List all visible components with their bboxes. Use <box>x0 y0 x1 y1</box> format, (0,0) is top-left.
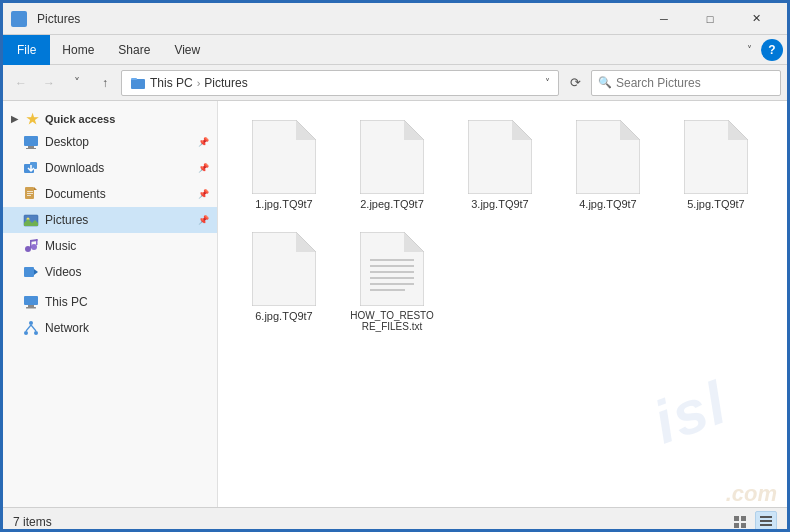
path-folder-icon <box>130 75 146 91</box>
quick-access-expand-icon[interactable]: ▶ <box>11 114 18 124</box>
svg-line-28 <box>31 325 36 331</box>
recent-locations-button[interactable]: ˅ <box>65 71 89 95</box>
file-label: 3.jpg.TQ9t7 <box>471 198 528 210</box>
title-bar-controls: ─ □ ✕ <box>641 3 779 35</box>
svg-rect-4 <box>26 148 36 149</box>
svg-point-26 <box>34 331 38 335</box>
svg-marker-20 <box>34 269 38 275</box>
this-pc-icon <box>23 294 39 310</box>
sidebar-documents-label: Documents <box>45 187 192 201</box>
file-text-icon <box>360 232 424 306</box>
file-label: HOW_TO_RESTORE_FILES.txt <box>347 310 437 332</box>
sidebar-item-downloads[interactable]: Downloads 📌 <box>3 155 217 181</box>
menu-chevron-icon[interactable]: ˅ <box>739 40 759 60</box>
path-this-pc[interactable]: This PC <box>150 76 193 90</box>
downloads-pin-icon: 📌 <box>198 163 209 173</box>
music-icon <box>23 238 39 254</box>
sidebar-item-desktop[interactable]: Desktop 📌 <box>3 129 217 155</box>
sidebar-item-network[interactable]: Network <box>3 315 217 341</box>
details-view-button[interactable] <box>755 511 777 533</box>
svg-rect-51 <box>734 523 739 528</box>
svg-marker-32 <box>404 120 424 140</box>
up-button[interactable]: ↑ <box>93 71 117 95</box>
menu-home[interactable]: Home <box>50 35 106 65</box>
documents-pin-icon: 📌 <box>198 189 209 199</box>
file-image-icon <box>576 120 640 194</box>
svg-marker-42 <box>404 232 424 252</box>
documents-icon <box>23 186 39 202</box>
menu-bar: File Home Share View ˅ ? <box>3 35 787 65</box>
svg-rect-21 <box>24 296 38 305</box>
title-bar-title: Pictures <box>37 12 635 26</box>
address-bar: ← → ˅ ↑ This PC › Pictures ˅ ⟳ 🔍 <box>3 65 787 101</box>
sidebar-thispc-label: This PC <box>45 295 209 309</box>
file-label: 2.jpeg.TQ9t7 <box>360 198 424 210</box>
svg-point-25 <box>24 331 28 335</box>
quick-access-star-icon: ★ <box>26 111 39 127</box>
file-label: 5.jpg.TQ9t7 <box>687 198 744 210</box>
forward-button[interactable]: → <box>37 71 61 95</box>
menu-view[interactable]: View <box>162 35 212 65</box>
file-item[interactable]: HOW_TO_RESTORE_FILES.txt <box>342 225 442 339</box>
search-icon: 🔍 <box>598 76 612 89</box>
sidebar-desktop-label: Desktop <box>45 135 192 149</box>
status-count: 7 items <box>13 515 52 529</box>
quick-access-header: ▶ ★ Quick access <box>3 107 217 129</box>
sidebar-network-label: Network <box>45 321 209 335</box>
svg-rect-3 <box>28 146 34 148</box>
minimize-button[interactable]: ─ <box>641 3 687 35</box>
search-input[interactable] <box>616 76 774 90</box>
file-item[interactable]: 4.jpg.TQ9t7 <box>558 113 658 217</box>
folder-icon <box>11 11 27 27</box>
sidebar-item-pictures[interactable]: Pictures 📌 <box>3 207 217 233</box>
svg-rect-54 <box>760 520 772 522</box>
close-button[interactable]: ✕ <box>733 3 779 35</box>
title-bar: Pictures ─ □ ✕ <box>3 3 787 35</box>
sidebar: ▶ ★ Quick access Desktop 📌 Downloads 📌 <box>3 101 218 507</box>
file-item[interactable]: 1.jpg.TQ9t7 <box>234 113 334 217</box>
svg-marker-34 <box>512 120 532 140</box>
svg-marker-36 <box>620 120 640 140</box>
file-item[interactable]: 5.jpg.TQ9t7 <box>666 113 766 217</box>
help-button[interactable]: ? <box>761 39 783 61</box>
refresh-button[interactable]: ⟳ <box>563 71 587 95</box>
sidebar-downloads-label: Downloads <box>45 161 192 175</box>
title-bar-icon <box>11 11 27 27</box>
svg-rect-50 <box>741 516 746 521</box>
downloads-icon <box>23 160 39 176</box>
network-icon <box>23 320 39 336</box>
svg-rect-9 <box>27 191 33 192</box>
file-image-icon <box>684 120 748 194</box>
desktop-pin-icon: 📌 <box>198 137 209 147</box>
file-grid: isl .com 1.jpg.TQ9t7 2.jpeg.TQ9t7 <box>218 101 787 507</box>
sidebar-item-videos[interactable]: Videos <box>3 259 217 285</box>
search-box[interactable]: 🔍 <box>591 70 781 96</box>
svg-rect-1 <box>131 78 137 80</box>
file-item[interactable]: 3.jpg.TQ9t7 <box>450 113 550 217</box>
sidebar-item-documents[interactable]: Documents 📌 <box>3 181 217 207</box>
sidebar-item-music[interactable]: Music <box>3 233 217 259</box>
address-path[interactable]: This PC › Pictures ˅ <box>121 70 559 96</box>
svg-rect-55 <box>760 524 772 526</box>
large-icons-view-button[interactable] <box>729 511 751 533</box>
path-pictures[interactable]: Pictures <box>204 76 247 90</box>
status-right <box>729 511 777 533</box>
svg-marker-8 <box>34 187 37 190</box>
menu-share[interactable]: Share <box>106 35 162 65</box>
sidebar-pictures-label: Pictures <box>45 213 192 227</box>
svg-rect-22 <box>28 305 34 307</box>
file-item[interactable]: 6.jpg.TQ9t7 <box>234 225 334 339</box>
back-button[interactable]: ← <box>9 71 33 95</box>
main-content: ▶ ★ Quick access Desktop 📌 Downloads 📌 <box>3 101 787 507</box>
svg-point-24 <box>29 321 33 325</box>
pictures-pin-icon: 📌 <box>198 215 209 225</box>
sidebar-music-label: Music <box>45 239 209 253</box>
svg-line-27 <box>26 325 31 331</box>
svg-rect-0 <box>131 79 145 89</box>
file-item[interactable]: 2.jpeg.TQ9t7 <box>342 113 442 217</box>
menu-file[interactable]: File <box>3 35 50 65</box>
sidebar-item-thispc[interactable]: This PC <box>3 289 217 315</box>
maximize-button[interactable]: □ <box>687 3 733 35</box>
path-chevron-icon[interactable]: ˅ <box>545 77 550 88</box>
file-label: 1.jpg.TQ9t7 <box>255 198 312 210</box>
